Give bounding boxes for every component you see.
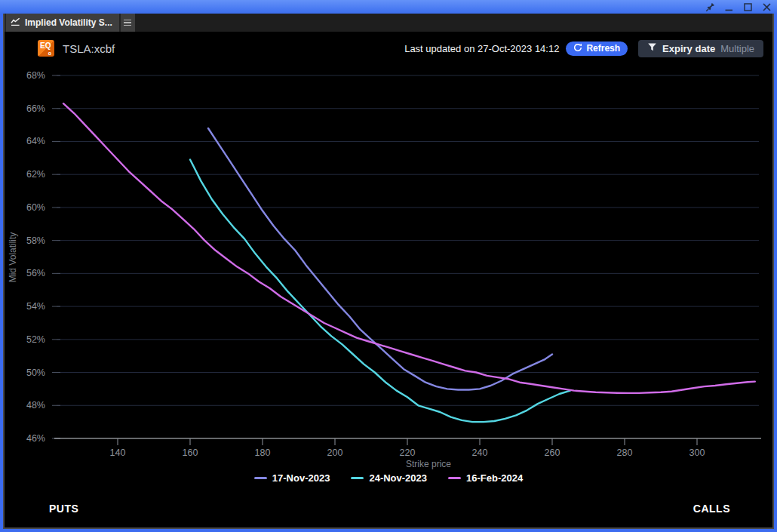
legend-item[interactable]: 24-Nov-2023 bbox=[351, 472, 427, 484]
svg-text:50%: 50% bbox=[26, 367, 45, 378]
svg-text:300: 300 bbox=[689, 447, 705, 458]
close-icon[interactable] bbox=[761, 2, 772, 12]
minimize-icon[interactable] bbox=[723, 2, 734, 12]
svg-text:240: 240 bbox=[472, 447, 488, 458]
window-controls bbox=[705, 2, 772, 12]
svg-text:Mid Volatility: Mid Volatility bbox=[8, 232, 18, 283]
svg-text:220: 220 bbox=[400, 447, 416, 458]
hamburger-icon[interactable] bbox=[121, 14, 135, 32]
svg-text:Strike price: Strike price bbox=[406, 459, 451, 469]
svg-text:54%: 54% bbox=[26, 301, 45, 312]
svg-text:58%: 58% bbox=[26, 235, 45, 246]
svg-text:68%: 68% bbox=[26, 70, 45, 81]
legend-swatch-icon bbox=[254, 477, 267, 479]
chart-panel: EQ o TSLA:xcbf Last updated on 27-Oct-20… bbox=[5, 32, 772, 527]
legend-item[interactable]: 16-Feb-2024 bbox=[448, 472, 523, 484]
tab-bar: Implied Volatility S... bbox=[5, 14, 772, 32]
svg-text:52%: 52% bbox=[26, 334, 45, 345]
chart-legend: 17-Nov-202324-Nov-202316-Feb-2024 bbox=[5, 472, 772, 484]
svg-text:56%: 56% bbox=[26, 268, 45, 278]
svg-text:140: 140 bbox=[110, 447, 126, 458]
legend-label: 24-Nov-2023 bbox=[369, 472, 427, 484]
window-inner: Implied Volatility S... EQ o TSLA:xcbf L… bbox=[3, 14, 774, 529]
maximize-icon[interactable] bbox=[742, 2, 753, 12]
svg-text:64%: 64% bbox=[26, 136, 45, 146]
svg-text:200: 200 bbox=[327, 447, 343, 458]
svg-text:48%: 48% bbox=[26, 400, 45, 411]
svg-text:66%: 66% bbox=[26, 103, 45, 114]
svg-text:46%: 46% bbox=[26, 433, 45, 444]
tab-implied-volatility[interactable]: Implied Volatility S... bbox=[6, 14, 119, 32]
svg-text:160: 160 bbox=[183, 447, 198, 458]
legend-swatch-icon bbox=[351, 477, 364, 479]
svg-text:180: 180 bbox=[255, 447, 271, 458]
window-titlebar[interactable] bbox=[0, 0, 777, 14]
volatility-smile-chart[interactable]: 46%48%50%52%54%56%58%60%62%64%66%68%1401… bbox=[5, 32, 772, 471]
svg-text:60%: 60% bbox=[26, 202, 45, 213]
legend-label: 16-Feb-2024 bbox=[466, 472, 523, 484]
line-chart-icon bbox=[11, 16, 20, 29]
calls-label: CALLS bbox=[693, 503, 730, 515]
tabbar-empty-area bbox=[135, 14, 772, 32]
legend-item[interactable]: 17-Nov-2023 bbox=[254, 472, 330, 484]
svg-text:62%: 62% bbox=[26, 169, 45, 180]
window-frame: Implied Volatility S... EQ o TSLA:xcbf L… bbox=[0, 14, 777, 532]
svg-text:280: 280 bbox=[617, 447, 633, 458]
legend-swatch-icon bbox=[448, 477, 461, 479]
pin-icon[interactable] bbox=[705, 2, 715, 12]
app-window: Implied Volatility S... EQ o TSLA:xcbf L… bbox=[0, 0, 777, 532]
svg-text:260: 260 bbox=[545, 447, 560, 458]
puts-label: PUTS bbox=[49, 503, 78, 515]
tab-label: Implied Volatility S... bbox=[25, 17, 112, 28]
legend-label: 17-Nov-2023 bbox=[272, 472, 330, 484]
